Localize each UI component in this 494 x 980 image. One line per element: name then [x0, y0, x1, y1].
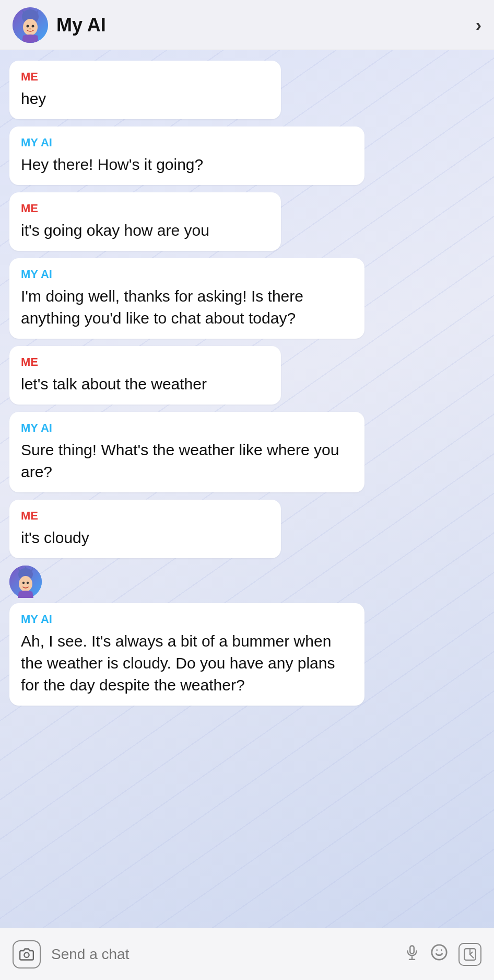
message-text: Ah, I see. It's always a bit of a bummer… [21, 630, 353, 696]
svg-point-17 [24, 952, 29, 957]
svg-point-14 [19, 576, 32, 592]
sender-label: ME [21, 202, 269, 215]
svg-point-15 [22, 582, 25, 584]
message-bubble: MY AIHey there! How's it going? [9, 126, 364, 185]
header-title: My AI [56, 14, 106, 36]
header: My AI › [0, 0, 494, 50]
svg-point-6 [27, 25, 29, 27]
message-text: hey [21, 88, 269, 110]
svg-point-8 [29, 28, 31, 29]
bottom-bar [0, 928, 494, 980]
chat-input[interactable] [51, 946, 394, 963]
message-bubble: MElet's talk about the weather [9, 346, 281, 405]
sender-label: MY AI [21, 613, 353, 626]
message-text: let's talk about the weather [21, 373, 269, 395]
message-bubble: MEit's cloudy [9, 500, 281, 558]
sender-label: ME [21, 70, 269, 84]
svg-point-16 [27, 582, 29, 584]
ai-avatar-small [9, 566, 42, 598]
message-bubble: MY AISure thing! What's the weather like… [9, 412, 364, 492]
sender-label: MY AI [21, 421, 353, 435]
message-text: it's cloudy [21, 527, 269, 549]
header-left: My AI [13, 7, 106, 43]
sender-label: MY AI [21, 136, 353, 149]
avatar[interactable] [13, 7, 48, 43]
sender-label: MY AI [21, 268, 353, 281]
sender-label: ME [21, 509, 269, 523]
message-text: it's going okay how are you [21, 220, 269, 241]
message-bubble: MY AII'm doing well, thanks for asking! … [9, 258, 364, 339]
emoji-icon[interactable] [430, 943, 448, 965]
sender-label: ME [21, 355, 269, 369]
chevron-right-icon[interactable]: › [476, 15, 481, 35]
message-bubble: MY AIAh, I see. It's always a bit of a b… [9, 603, 364, 706]
camera-icon[interactable] [13, 940, 41, 969]
svg-point-21 [432, 944, 446, 959]
sticker-icon[interactable] [458, 943, 481, 966]
message-bubble: MEhey [9, 61, 281, 119]
message-text: I'm doing well, thanks for asking! Is th… [21, 285, 353, 329]
mic-icon[interactable] [404, 944, 420, 964]
message-bubble: MEit's going okay how are you [9, 192, 281, 251]
svg-rect-18 [410, 946, 414, 953]
message-text: Sure thing! What's the weather like wher… [21, 439, 353, 483]
svg-point-5 [23, 19, 38, 36]
svg-point-7 [32, 25, 34, 27]
message-text: Hey there! How's it going? [21, 154, 353, 176]
chat-area: MEheyMY AIHey there! How's it going?MEit… [0, 50, 494, 928]
